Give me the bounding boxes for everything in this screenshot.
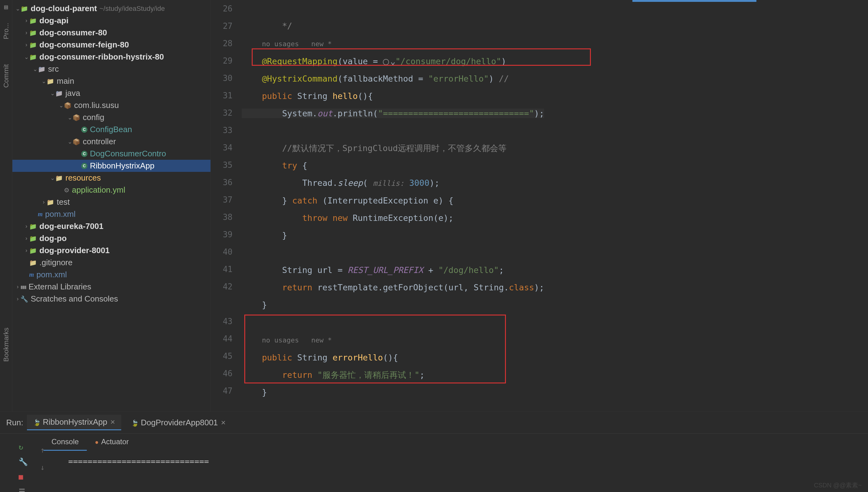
run-nav-icons: ↑ ↓: [40, 446, 45, 472]
keyword: public: [262, 91, 292, 101]
tree-item-dog-consumer-80[interactable]: ›dog-consumer-80: [12, 27, 210, 39]
string-literal: "=============================": [378, 108, 534, 118]
code-text: RuntimeException: [353, 213, 433, 223]
tree-item-external-libraries[interactable]: ›External Libraries: [12, 281, 210, 293]
new-hint[interactable]: new *: [311, 40, 332, 48]
left-toolbar-bottom: Bookmarks: [0, 318, 12, 411]
code-text: String: [282, 265, 313, 275]
layout-icon[interactable]: ☰: [19, 487, 28, 492]
code-editor[interactable]: 2627282930313233343536373839404142 43444…: [211, 0, 868, 411]
tree-item-ribbonhystrixapp[interactable]: CRibbonHystrixApp: [12, 160, 210, 172]
tree-arrow-icon[interactable]: ⌄: [67, 138, 73, 145]
tree-item-pom-xml[interactable]: mpom.xml: [12, 208, 210, 220]
tree-item-config[interactable]: ⌄config: [12, 112, 210, 123]
tree-label: dog-consumer-feign-80: [40, 40, 129, 50]
down-icon[interactable]: ↓: [40, 463, 45, 472]
tree-arrow-icon[interactable]: ›: [24, 223, 29, 229]
code-text: e: [438, 213, 443, 223]
tree-item-dog-consumer-ribbon-hystrix-80[interactable]: ⌄dog-consumer-ribbon-hystrix-80: [12, 51, 210, 63]
tree-item-com-liu-susu[interactable]: ⌄com.liu.susu: [12, 99, 210, 112]
tree-item-dog-consumer-feign-80[interactable]: ›dog-consumer-feign-80: [12, 39, 210, 51]
code-text: url: [317, 265, 333, 275]
tree-arrow-icon[interactable]: ›: [24, 235, 29, 242]
run-tab-ribbonhystrixapp[interactable]: RibbonHystrixApp×: [27, 415, 121, 430]
tree-item-resources[interactable]: ⌄resources: [12, 172, 210, 184]
tree-arrow-icon[interactable]: ⌄: [50, 175, 55, 181]
folder-icon: [64, 102, 72, 109]
code-text: InterruptedException e: [327, 196, 438, 205]
tree-label: DogConsumerContro: [90, 149, 166, 158]
tree-item-test[interactable]: ›test: [12, 196, 210, 208]
stop-icon[interactable]: ■: [19, 472, 28, 481]
rerun-icon[interactable]: ↻: [19, 443, 28, 451]
run-label: Run:: [6, 418, 23, 427]
code-text: */: [282, 21, 292, 31]
code-area[interactable]: */ no usages new * @RequestMapping(value…: [242, 0, 868, 411]
tree-item-main[interactable]: ⌄main: [12, 75, 210, 87]
tree-item-java[interactable]: ⌄java: [12, 87, 210, 99]
console-output[interactable]: =============================: [0, 451, 868, 472]
xml-icon: m: [29, 271, 34, 278]
code-text: out: [317, 108, 333, 118]
tree-item-pom-xml[interactable]: mpom.xml: [12, 269, 210, 281]
usages-hint[interactable]: no usages: [262, 40, 299, 48]
tree-arrow-icon[interactable]: ›: [24, 247, 29, 254]
tree-arrow-icon[interactable]: ⌄: [50, 90, 55, 97]
tree-arrow-icon[interactable]: ⌄: [32, 66, 38, 73]
tree-label: dog-eureka-7001: [40, 221, 104, 231]
tree-arrow-icon[interactable]: ›: [24, 17, 29, 24]
annotation: @HystrixCommand: [262, 74, 338, 83]
project-tool-icon[interactable]: ▤: [4, 3, 8, 10]
number-literal: 3000: [409, 178, 429, 188]
tree-label: test: [57, 197, 70, 207]
tree-item-dog-provider-8001[interactable]: ›dog-provider-8001: [12, 244, 210, 256]
project-label[interactable]: Pro...: [2, 23, 10, 40]
tree-arrow-icon[interactable]: ⌄: [67, 114, 73, 121]
tree-item--gitignore[interactable]: .gitignore: [12, 256, 210, 269]
folder-icon: [47, 78, 54, 85]
console-tab[interactable]: Console: [44, 434, 87, 451]
project-tree[interactable]: ⌄dog-cloud-parent~/study/ideaStudy/ide›d…: [12, 0, 211, 411]
tree-item-application-yml[interactable]: application.yml: [12, 184, 210, 196]
tree-arrow-icon[interactable]: ⌄: [24, 54, 29, 60]
tree-item-dog-eureka-7001[interactable]: ›dog-eureka-7001: [12, 220, 210, 232]
folder-icon: [73, 138, 80, 146]
tools-icon[interactable]: 🔧: [19, 458, 28, 466]
tree-item-dog-po[interactable]: ›dog-po: [12, 232, 210, 244]
string-literal: "/dog/hello": [438, 265, 499, 275]
folder-icon: [29, 29, 37, 36]
tree-item-src[interactable]: ⌄src: [12, 63, 210, 75]
tree-arrow-icon[interactable]: ⌄: [15, 5, 21, 12]
tree-label: dog-api: [40, 16, 69, 25]
close-icon[interactable]: ×: [221, 418, 226, 427]
tree-item-dog-api[interactable]: ›dog-api: [12, 15, 210, 27]
code-text: Thread: [302, 178, 333, 188]
tree-arrow-icon[interactable]: ›: [15, 296, 21, 302]
run-tab-dogproviderapp8001[interactable]: DogProviderApp8001×: [125, 415, 232, 430]
close-icon[interactable]: ×: [110, 417, 115, 427]
tree-label: External Libraries: [28, 282, 91, 292]
tree-item-dogconsumercontro[interactable]: CDogConsumerContro: [12, 148, 210, 160]
folder-icon: [29, 17, 37, 25]
tree-arrow-icon[interactable]: ›: [15, 284, 21, 290]
bookmarks-label[interactable]: Bookmarks: [2, 327, 10, 362]
tree-arrow-icon[interactable]: ⌄: [58, 102, 64, 109]
tree-label: dog-cloud-parent: [31, 4, 97, 13]
tree-arrow-icon[interactable]: ›: [24, 42, 29, 48]
tree-item-dog-cloud-parent[interactable]: ⌄dog-cloud-parent~/study/ideaStudy/ide: [12, 2, 210, 15]
tree-item-controller[interactable]: ⌄controller: [12, 136, 210, 148]
run-action-icons: ↻ 🔧 ■ ☰: [19, 443, 28, 492]
commit-label[interactable]: Commit: [2, 64, 10, 88]
tree-arrow-icon[interactable]: ⌄: [41, 78, 47, 85]
tree-item-scratches-and-consoles[interactable]: ›Scratches and Consoles: [12, 293, 210, 305]
tree-item-configbean[interactable]: CConfigBean: [12, 123, 210, 136]
up-icon[interactable]: ↑: [40, 446, 45, 454]
actuator-tab[interactable]: Actuator: [87, 434, 137, 451]
class-icon: C: [81, 151, 87, 157]
folder-icon: [38, 66, 46, 73]
folder-icon: [55, 174, 63, 182]
tree-label: src: [48, 64, 59, 74]
tree-arrow-icon[interactable]: ›: [24, 29, 29, 36]
tree-arrow-icon[interactable]: ›: [41, 199, 47, 205]
tree-label: application.yml: [72, 185, 125, 195]
